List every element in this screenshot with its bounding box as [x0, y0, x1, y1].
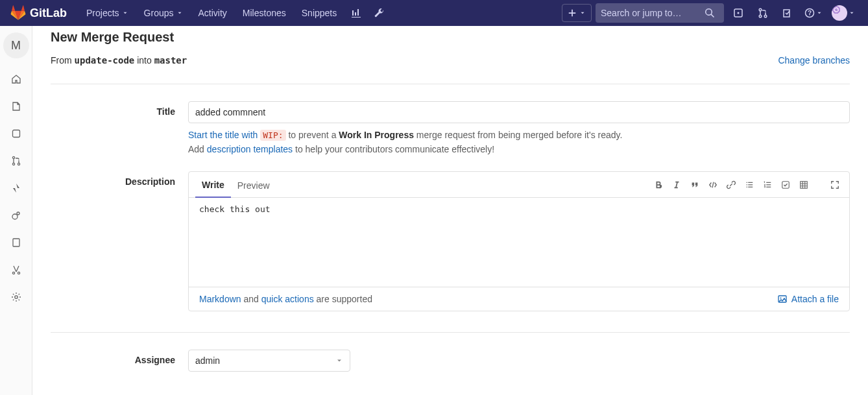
main-content: New Merge Request From update-code into … [32, 26, 868, 395]
svg-point-2 [759, 8, 762, 11]
svg-point-10 [12, 214, 18, 219]
sidebar-issues-icon[interactable] [3, 121, 29, 147]
svg-point-8 [12, 163, 14, 165]
tmpl-tail: to help your contributors communicate ef… [293, 144, 494, 154]
fullscreen-button[interactable] [827, 177, 843, 193]
svg-rect-17 [801, 181, 808, 188]
chevron-down-icon [816, 10, 823, 16]
markdown-link[interactable]: Markdown [199, 294, 241, 304]
quote-button[interactable] [687, 177, 703, 193]
todos-icon[interactable] [777, 3, 798, 23]
svg-point-14 [18, 272, 19, 274]
footer-and: and [241, 294, 261, 304]
svg-rect-12 [13, 239, 19, 246]
italic-button[interactable] [669, 177, 684, 193]
wip-tail: merge request from being merged before i… [414, 130, 622, 140]
search-icon [705, 8, 715, 18]
description-editor: Write Preview [188, 171, 850, 311]
help-icon[interactable] [802, 3, 825, 23]
table-button[interactable] [796, 177, 812, 193]
nav-wrench-icon[interactable] [369, 3, 390, 23]
link-button[interactable] [723, 177, 739, 193]
nav-groups[interactable]: Groups [138, 0, 189, 26]
sidebar-settings-icon[interactable] [3, 284, 29, 310]
image-icon [777, 294, 788, 304]
left-sidebar: M [0, 26, 32, 395]
section-divider [51, 332, 850, 333]
sidebar-cicd-icon[interactable] [3, 175, 29, 201]
nav-milestones[interactable]: Milestones [236, 0, 293, 26]
title-label: Title [51, 101, 188, 117]
chevron-down-icon [122, 10, 128, 16]
search-input[interactable] [601, 8, 705, 18]
svg-point-15 [14, 296, 17, 298]
nav-groups-label: Groups [144, 8, 174, 18]
svg-point-3 [759, 15, 762, 18]
wip-after: to prevent a [286, 130, 339, 140]
ul-button[interactable] [741, 177, 757, 193]
plus-icon [568, 8, 577, 18]
chevron-down-icon [849, 10, 855, 16]
user-menu[interactable] [829, 3, 858, 23]
top-navbar: GitLab Projects Groups Activity Mileston… [0, 0, 868, 26]
ol-button[interactable] [760, 177, 775, 193]
sidebar-merge-requests-icon[interactable] [3, 148, 29, 174]
write-tab[interactable]: Write [195, 172, 231, 198]
description-label: Description [51, 171, 188, 187]
nav-activity[interactable]: Activity [192, 0, 234, 26]
code-button[interactable] [705, 177, 721, 193]
target-branch: master [154, 55, 187, 66]
issues-icon[interactable] [728, 3, 749, 23]
attach-file-label: Attach a file [791, 294, 839, 304]
into-text: into [134, 55, 154, 66]
tmpl-prefix: Add [188, 144, 207, 154]
wip-code: WIP: [260, 130, 285, 141]
source-branch: update-code [75, 55, 135, 66]
svg-point-9 [18, 163, 19, 165]
assignee-select[interactable]: admin [188, 350, 350, 372]
change-branches-link[interactable]: Change branches [778, 55, 850, 66]
sidebar-repository-icon[interactable] [3, 93, 29, 119]
svg-point-1 [738, 12, 740, 14]
from-prefix: From [51, 55, 75, 66]
user-avatar [832, 5, 847, 21]
merge-requests-icon[interactable] [753, 3, 773, 23]
nav-activity-label: Activity [199, 8, 227, 18]
description-templates-link[interactable]: description templates [207, 144, 293, 154]
task-button[interactable] [778, 177, 793, 193]
svg-point-13 [12, 272, 14, 274]
quick-actions-link[interactable]: quick actions [261, 294, 314, 304]
gitlab-logo-text: GitLab [30, 6, 67, 20]
nav-snippets-label: Snippets [302, 8, 337, 18]
svg-point-7 [12, 156, 14, 158]
gitlab-logo[interactable]: GitLab [10, 5, 67, 21]
project-avatar[interactable]: M [3, 32, 29, 58]
nav-projects-label: Projects [86, 8, 119, 18]
nav-projects[interactable]: Projects [80, 0, 135, 26]
sidebar-operations-icon[interactable] [3, 202, 29, 228]
nav-analytics-icon[interactable] [346, 3, 367, 23]
search-box[interactable] [596, 3, 724, 23]
chevron-down-icon [335, 357, 343, 365]
chevron-down-icon [579, 10, 586, 16]
sidebar-home-icon[interactable] [3, 66, 29, 92]
assignee-label: Assignee [51, 350, 188, 365]
preview-tab[interactable]: Preview [231, 173, 276, 197]
wip-link[interactable]: Start the title with [188, 130, 260, 140]
title-input[interactable] [188, 101, 850, 123]
wip-strong: Work In Progress [339, 130, 414, 140]
nav-milestones-label: Milestones [243, 8, 286, 18]
nav-snippets[interactable]: Snippets [295, 0, 343, 26]
svg-point-11 [17, 212, 19, 215]
svg-point-4 [764, 15, 767, 18]
page-title: New Merge Request [51, 30, 850, 45]
assignee-value: admin [195, 355, 220, 366]
bold-button[interactable] [651, 177, 666, 193]
description-textarea[interactable] [189, 198, 849, 285]
new-menu[interactable] [562, 4, 592, 22]
sidebar-snippets-icon[interactable] [3, 257, 29, 283]
sidebar-wiki-icon[interactable] [3, 230, 29, 256]
attach-file-button[interactable]: Attach a file [777, 294, 839, 304]
svg-point-19 [780, 298, 781, 299]
footer-tail: are supported [314, 294, 372, 304]
